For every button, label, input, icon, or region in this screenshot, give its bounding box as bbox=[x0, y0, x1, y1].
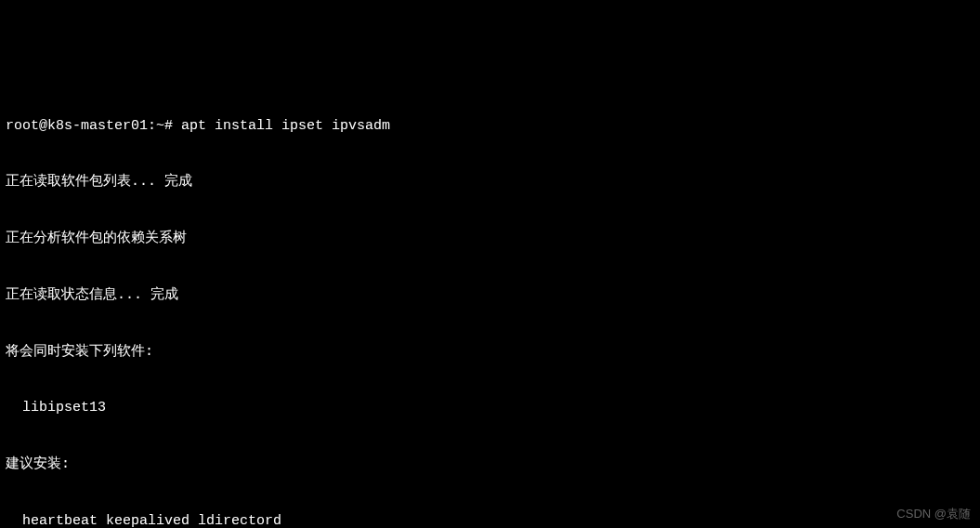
output-line: 正在读取状态信息... 完成 bbox=[6, 286, 974, 305]
output-line: libipset13 bbox=[6, 399, 974, 417]
output-line: 正在分析软件包的依赖关系树 bbox=[6, 230, 974, 248]
watermark-text: CSDN @袁随 bbox=[896, 506, 971, 522]
prompt-line: root@k8s-master01:~# apt install ipset i… bbox=[6, 117, 974, 136]
output-line: 正在读取软件包列表... 完成 bbox=[6, 173, 974, 191]
output-line: 建议安装: bbox=[6, 455, 974, 474]
output-line: heartbeat keepalived ldirectord bbox=[6, 512, 974, 528]
prompt-user-host: root@k8s-master01 bbox=[6, 118, 148, 134]
output-line: 将会同时安装下列软件: bbox=[6, 343, 974, 362]
command-text: apt install ipset ipvsadm bbox=[181, 118, 390, 134]
terminal-window[interactable]: root@k8s-master01:~# apt install ipset i… bbox=[6, 79, 974, 528]
prompt-cwd: :~# bbox=[148, 118, 173, 134]
